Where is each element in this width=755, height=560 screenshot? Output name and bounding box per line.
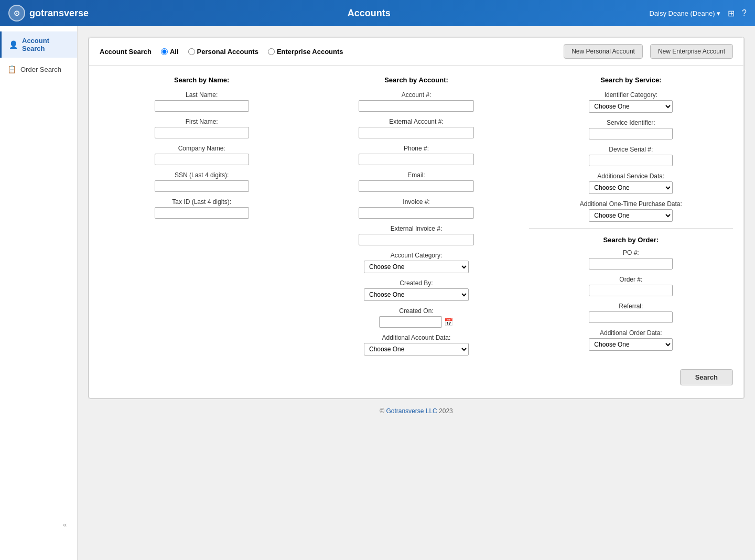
radio-enterprise-input[interactable]: [268, 48, 275, 55]
field-additional-otp-data: Additional One-Time Purchase Data: Choos…: [529, 200, 733, 222]
additional-order-data-label: Additional Order Data:: [529, 329, 733, 337]
right-icons: Daisy Deane (Deane) ▾ ⊞ ?: [649, 8, 747, 18]
search-by-order-title: Search by Order:: [529, 236, 733, 244]
radio-personal[interactable]: Personal Accounts: [188, 48, 258, 56]
radio-enterprise-label: Enterprise Accounts: [277, 48, 343, 56]
search-by-service-title: Search by Service:: [529, 76, 733, 84]
sidebar-item-label: Account Search: [22, 37, 70, 52]
created-by-select[interactable]: Choose One: [364, 288, 469, 301]
device-serial-label: Device Serial #:: [529, 146, 733, 153]
field-additional-service-data: Additional Service Data: Choose One: [529, 173, 733, 194]
logo: ⊙ gotransverse: [8, 5, 89, 21]
external-account-input[interactable]: [359, 127, 474, 138]
radio-enterprise[interactable]: Enterprise Accounts: [268, 48, 343, 56]
search-by-account-column: Search by Account: Account #: External A…: [314, 76, 518, 362]
field-po-num: PO #:: [529, 249, 733, 270]
created-on-date-row: 📅: [314, 316, 518, 328]
field-account-num: Account #:: [314, 91, 518, 112]
sidebar: 👤 Account Search 📋 Order Search: [0, 26, 78, 560]
footer-link[interactable]: Gotransverse LLC: [386, 407, 437, 415]
section-divider: [529, 228, 733, 229]
logo-icon: ⊙: [8, 5, 25, 21]
external-invoice-input[interactable]: [359, 234, 474, 245]
radio-personal-input[interactable]: [188, 48, 195, 55]
user-name[interactable]: Daisy Deane (Deane) ▾: [649, 9, 720, 17]
field-identifier-category: Identifier Category: Choose One: [529, 91, 733, 113]
order-num-input[interactable]: [589, 285, 673, 296]
account-search-bar: Account Search All Personal Accounts Ent…: [89, 37, 744, 66]
tax-id-input[interactable]: [155, 207, 249, 219]
page-title: Accounts: [89, 8, 649, 19]
radio-all[interactable]: All: [161, 48, 179, 56]
last-name-label: Last Name:: [100, 91, 304, 99]
field-created-by: Created By: Choose One: [314, 279, 518, 301]
referral-input[interactable]: [589, 311, 673, 323]
sidebar-collapse[interactable]: «: [63, 521, 67, 529]
additional-otp-select[interactable]: Choose One: [589, 209, 673, 222]
field-additional-order-data: Additional Order Data: Choose One: [529, 329, 733, 351]
company-name-label: Company Name:: [100, 145, 304, 152]
grid-icon[interactable]: ⊞: [728, 8, 735, 18]
po-num-label: PO #:: [529, 249, 733, 256]
field-tax-id: Tax ID (Last 4 digits):: [100, 198, 304, 219]
referral-label: Referral:: [529, 303, 733, 310]
email-input[interactable]: [359, 180, 474, 192]
field-phone: Phone #:: [314, 145, 518, 165]
search-by-service-column: Search by Service: Identifier Category: …: [529, 76, 733, 362]
field-invoice: Invoice #:: [314, 198, 518, 219]
field-email: Email:: [314, 171, 518, 192]
new-enterprise-account-button[interactable]: New Enterprise Account: [650, 44, 733, 59]
field-external-account: External Account #:: [314, 118, 518, 138]
additional-account-data-label: Additional Account Data:: [314, 334, 518, 341]
search-by-name-column: Search by Name: Last Name: First Name: C…: [100, 76, 304, 362]
first-name-label: First Name:: [100, 118, 304, 125]
account-search-label: Account Search: [100, 48, 152, 56]
invoice-label: Invoice #:: [314, 198, 518, 206]
additional-service-data-select[interactable]: Choose One: [589, 181, 673, 194]
created-on-input[interactable]: [379, 316, 442, 328]
search-columns: Search by Name: Last Name: First Name: C…: [100, 76, 733, 362]
search-by-name-title: Search by Name:: [100, 76, 304, 84]
search-button[interactable]: Search: [680, 369, 733, 385]
sidebar-item-label: Order Search: [20, 66, 61, 73]
new-personal-account-button[interactable]: New Personal Account: [564, 44, 643, 59]
company-name-input[interactable]: [155, 154, 249, 165]
sidebar-item-order-search[interactable]: 📋 Order Search: [0, 60, 77, 79]
account-num-input[interactable]: [359, 100, 474, 112]
phone-input[interactable]: [359, 154, 474, 165]
ssn-label: SSN (Last 4 digits):: [100, 171, 304, 179]
invoice-input[interactable]: [359, 207, 474, 219]
account-search-icon: 👤: [9, 40, 18, 49]
field-additional-account-data: Additional Account Data: Choose One: [314, 334, 518, 356]
field-company-name: Company Name:: [100, 145, 304, 165]
field-last-name: Last Name:: [100, 91, 304, 112]
additional-order-data-select[interactable]: Choose One: [589, 338, 673, 351]
radio-all-input[interactable]: [161, 48, 168, 55]
po-num-input[interactable]: [589, 258, 673, 270]
calendar-icon[interactable]: 📅: [444, 318, 453, 326]
order-num-label: Order #:: [529, 276, 733, 283]
search-by-account-title: Search by Account:: [314, 76, 518, 84]
field-account-category: Account Category: Choose One: [314, 252, 518, 273]
app-name: gotransverse: [29, 8, 89, 19]
additional-account-data-select[interactable]: Choose One: [364, 343, 469, 356]
phone-label: Phone #:: [314, 145, 518, 152]
order-search-icon: 📋: [7, 65, 16, 73]
service-identifier-input[interactable]: [589, 128, 673, 139]
email-label: Email:: [314, 171, 518, 179]
account-category-select[interactable]: Choose One: [364, 261, 469, 273]
additional-service-data-label: Additional Service Data:: [529, 173, 733, 180]
account-num-label: Account #:: [314, 91, 518, 99]
footer-copyright: © Gotransverse LLC 2023: [380, 407, 453, 415]
radio-personal-label: Personal Accounts: [197, 48, 258, 56]
last-name-input[interactable]: [155, 100, 249, 112]
field-first-name: First Name:: [100, 118, 304, 138]
field-external-invoice: External Invoice #:: [314, 225, 518, 245]
first-name-input[interactable]: [155, 127, 249, 138]
identifier-category-label: Identifier Category:: [529, 91, 733, 99]
ssn-input[interactable]: [155, 180, 249, 192]
sidebar-item-account-search[interactable]: 👤 Account Search: [0, 31, 77, 58]
identifier-category-select[interactable]: Choose One: [589, 100, 673, 113]
help-icon[interactable]: ?: [742, 8, 747, 18]
device-serial-input[interactable]: [589, 155, 673, 166]
